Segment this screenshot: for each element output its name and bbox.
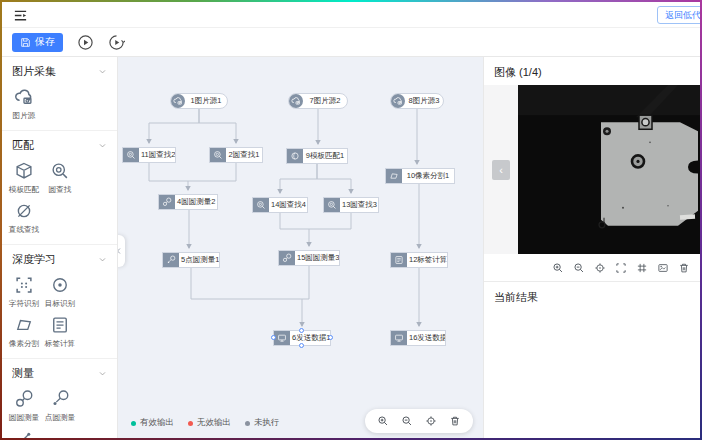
trash-icon[interactable] (449, 415, 461, 427)
node-circle-find-3[interactable]: 13圆查找3 (323, 197, 379, 213)
segment-icon (386, 169, 402, 183)
app-window: 返回低代 保存 图片采集 图片源 匹配 (0, 0, 702, 440)
flow-connections (118, 57, 484, 438)
node-point-circle-measure-1[interactable]: 5点圆测量1 (162, 252, 220, 268)
chevron-left-icon (118, 247, 123, 255)
fullscreen-icon[interactable] (615, 262, 627, 274)
chevron-down-icon (98, 369, 107, 378)
chevron-down-icon (98, 255, 107, 264)
chevron-down-icon (98, 141, 107, 150)
node-handle-top[interactable] (299, 328, 304, 333)
top-header: 返回低代 (2, 2, 700, 28)
flow-canvas[interactable]: 1图片源1 7图片源2 8图片源3 11圆查找2 2圆查找1 9模板匹配1 10… (118, 57, 484, 438)
run-once-button[interactable] (77, 34, 94, 51)
locate-icon[interactable] (425, 415, 437, 427)
tool-line-find[interactable]: 直线查找 (6, 201, 42, 235)
node-handle-left[interactable] (271, 335, 276, 340)
menu-icon[interactable] (13, 8, 28, 23)
target-icon (50, 275, 70, 295)
circle-search-icon (123, 148, 139, 162)
circle-search-icon (253, 198, 269, 212)
node-template-match-1[interactable]: 9模板匹配1 (286, 148, 348, 164)
result-section-title: 当前结果 (484, 282, 700, 310)
section-measurement: 测量 圆圆测量 点圆测量 点点测量 (2, 359, 117, 438)
tool-object-recognition[interactable]: 目标识别 (42, 275, 78, 309)
tool-point-point-measure[interactable]: 点点测量 (6, 429, 42, 438)
section-header-measurement[interactable]: 测量 (2, 366, 117, 381)
segment-icon (14, 315, 34, 335)
tool-sidebar: 图片采集 图片源 匹配 模板匹配 (2, 57, 118, 438)
tool-circle-circle-measure[interactable]: 圆圆测量 (6, 389, 42, 423)
node-circle-find-4[interactable]: 14圆查找4 (252, 197, 308, 213)
doc-calc-icon (391, 253, 407, 267)
save-button[interactable]: 保存 (12, 33, 63, 52)
node-send-data-1[interactable]: 6发送数据1 (273, 330, 331, 346)
section-header-image-acquisition[interactable]: 图片采集 (2, 64, 117, 79)
tool-template-match[interactable]: 模板匹配 (6, 161, 42, 195)
tool-image-source[interactable]: 图片源 (6, 87, 42, 121)
sidebar-collapse-handle[interactable] (118, 235, 125, 267)
circle-circle-icon (14, 389, 34, 409)
node-handle-right[interactable] (328, 335, 333, 340)
node-circle-circle-measure-3[interactable]: 15圆圆测量3 (278, 250, 340, 266)
node-handle-bottom[interactable] (299, 343, 304, 348)
node-circle-find-2[interactable]: 11圆查找2 (122, 147, 176, 163)
zoom-in-icon[interactable] (552, 262, 564, 274)
section-image-acquisition: 图片采集 图片源 (2, 57, 117, 131)
section-header-deep-learning[interactable]: 深度学习 (2, 252, 117, 267)
point-point-icon (14, 429, 34, 438)
tool-char-recognition[interactable]: 字符识别 (6, 275, 42, 309)
tool-pixel-segmentation[interactable]: 像素分割 (6, 315, 42, 349)
node-circle-find-1[interactable]: 2圆查找1 (209, 147, 263, 163)
circle-search-icon (324, 198, 340, 212)
status-legend: 有效输出 无效输出 未执行 (131, 417, 280, 429)
valid-dot (131, 421, 136, 426)
node-image-source-2[interactable]: 7图片源2 (288, 93, 348, 109)
canvas-toolbar (365, 409, 473, 433)
inspection-image[interactable] (518, 85, 700, 254)
camera-source-icon (171, 94, 185, 108)
node-label-calc-1[interactable]: 12标签计算1 (390, 252, 448, 268)
prev-image-button[interactable]: ‹ (492, 160, 510, 180)
grid-icon[interactable] (636, 262, 648, 274)
back-to-lowcode-button[interactable]: 返回低代 (657, 6, 702, 24)
zoom-out-icon[interactable] (573, 262, 585, 274)
compare-image-icon[interactable] (657, 262, 669, 274)
doc-calc-icon (50, 315, 70, 335)
legend-invalid-output: 无效输出 (188, 417, 231, 429)
image-viewer: ‹ (484, 85, 700, 254)
node-send-data-2[interactable]: 16发送数据2 (390, 330, 446, 346)
viewer-nav-strip: ‹ (484, 85, 518, 254)
legend-not-executed: 未执行 (245, 417, 280, 429)
node-circle-circle-measure-2[interactable]: 4圆圆测量2 (158, 194, 218, 210)
zoom-in-icon[interactable] (377, 415, 389, 427)
zoom-out-icon[interactable] (401, 415, 413, 427)
tool-point-circle-measure[interactable]: 点圆测量 (42, 389, 78, 423)
locate-icon[interactable] (594, 262, 606, 274)
idle-dot (245, 421, 250, 426)
trash-icon[interactable] (678, 262, 690, 274)
circle-search-icon (210, 148, 226, 162)
run-toolbar: 保存 (2, 28, 700, 57)
point-circle-icon (163, 253, 179, 267)
chevron-down-icon (98, 67, 107, 76)
section-header-matching[interactable]: 匹配 (2, 138, 117, 153)
tool-label-calc[interactable]: 标签计算 (42, 315, 78, 349)
tool-circle-find[interactable]: 圆查找 (42, 161, 78, 195)
camera-source-icon (289, 94, 303, 108)
circle-search-icon (50, 161, 70, 181)
node-pixel-segmentation-1[interactable]: 10像素分割1 (385, 168, 455, 184)
camera-source-icon (391, 94, 405, 108)
part-image (518, 85, 700, 254)
section-deep-learning: 深度学习 字符识别 目标识别 像素分割 标签计算 (2, 245, 117, 359)
section-matching: 匹配 模板匹配 圆查找 直线查找 (2, 131, 117, 245)
viewer-toolbar (484, 254, 700, 282)
node-image-source-3[interactable]: 8图片源3 (390, 93, 444, 109)
node-image-source-1[interactable]: 1图片源1 (170, 93, 228, 109)
image-panel-title: 图像 (1/4) (484, 57, 700, 85)
invalid-dot (188, 421, 193, 426)
line-search-icon (14, 201, 34, 221)
run-loop-button[interactable] (108, 34, 125, 51)
cube-icon (14, 161, 34, 181)
monitor-icon (274, 331, 290, 345)
